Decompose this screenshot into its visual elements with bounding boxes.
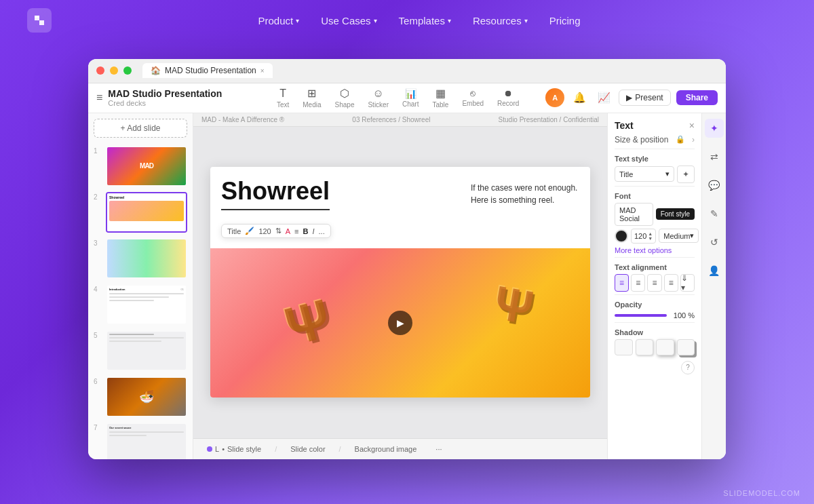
present-button[interactable]: ▶ Present xyxy=(619,90,670,106)
nav-resources[interactable]: Resources ▾ xyxy=(473,15,528,26)
nav-pricing[interactable]: Pricing xyxy=(549,15,581,26)
list-item[interactable]: 2 Showreel xyxy=(88,189,193,235)
toolbar-record[interactable]: ⏺ Record xyxy=(497,88,519,107)
align-icon[interactable]: ≡ xyxy=(294,227,298,235)
italic-button[interactable]: I xyxy=(312,227,314,235)
align-center-button[interactable]: ≡ xyxy=(631,274,645,292)
toolbar: T Text ⊞ Media ⬡ Shape ☺ Sticker 📊 Ch xyxy=(256,87,540,109)
menu-icon[interactable]: ≡ xyxy=(96,92,102,104)
panel-icon-sparkle[interactable]: ✦ xyxy=(705,119,724,138)
slide-style-text: Slide style xyxy=(227,445,261,453)
toolbar-embed[interactable]: ⎋ Embed xyxy=(462,88,484,107)
more-text-options-link[interactable]: More text options xyxy=(615,246,695,254)
svg-rect-0 xyxy=(35,16,39,18)
help-button[interactable]: ? xyxy=(681,361,695,374)
header-actions: A 🔔 📈 ▶ Present Share xyxy=(545,88,718,107)
font-size-stepper[interactable]: ▲ ▼ xyxy=(648,231,653,241)
toolbar-sticker[interactable]: ☺ Sticker xyxy=(368,88,389,109)
slide-style-button[interactable]: L • Slide style xyxy=(201,443,267,455)
panel-icon-switch[interactable]: ⇄ xyxy=(705,147,724,166)
style-select[interactable]: Title xyxy=(227,227,241,235)
slide-number: 2 xyxy=(94,192,102,201)
browser-tab[interactable]: 🏠 MAD Studio Presentation × xyxy=(142,63,273,78)
tab-close-button[interactable]: × xyxy=(260,67,265,75)
bold-button[interactable]: B xyxy=(303,227,309,235)
share-button[interactable]: Share xyxy=(676,90,718,105)
text-alignment-label: Text alignment xyxy=(615,263,695,271)
list-item[interactable]: 6 🍜 xyxy=(88,374,193,420)
font-weight-select[interactable]: Medium ▾ xyxy=(659,229,699,243)
slide-heading[interactable]: Showreel xyxy=(221,178,330,210)
breadcrumb: MAD - Make A Difference ® 03 References … xyxy=(193,113,607,127)
nav-use-cases[interactable]: Use Cases ▾ xyxy=(321,15,376,26)
list-item[interactable]: 1 MAD xyxy=(88,143,193,189)
app-layout: ≡ MAD Studio Presentation Cred decks T T… xyxy=(88,83,726,459)
font-family-select[interactable]: MAD Social xyxy=(615,203,653,226)
list-item[interactable]: 7 Our secret sauce xyxy=(88,420,193,459)
panel-icon-user[interactable]: 👤 xyxy=(705,261,724,280)
toolbar-shape[interactable]: ⬡ Shape xyxy=(335,87,355,109)
record-icon: ⏺ xyxy=(504,88,513,98)
slide-number: 4 xyxy=(94,284,102,293)
slide-style-label: L xyxy=(215,445,219,453)
color-picker-icon[interactable]: A xyxy=(286,227,290,235)
alignment-row: ≡ ≡ ≡ ≡ ⇓ ▾ xyxy=(615,274,695,292)
traffic-light-yellow[interactable] xyxy=(110,66,118,75)
slide-color-button[interactable]: Slide color xyxy=(285,443,330,455)
embed-icon: ⎋ xyxy=(470,88,476,98)
logo[interactable] xyxy=(27,8,52,33)
text-color-picker[interactable] xyxy=(615,229,628,243)
list-item[interactable]: 4 Introduction01 xyxy=(88,282,193,328)
nav-templates[interactable]: Templates ▾ xyxy=(399,15,451,26)
play-button[interactable]: ▶ xyxy=(388,311,412,335)
text-icon: T xyxy=(279,88,286,100)
vertical-align-button[interactable]: ⇓ ▾ xyxy=(680,274,695,292)
list-item[interactable]: 5 xyxy=(88,328,193,374)
font-size-stepper[interactable]: ⇅ xyxy=(275,227,282,235)
more-options-button[interactable]: ... xyxy=(319,227,325,235)
background-image-button[interactable]: Background image xyxy=(349,443,423,455)
shadow-label: Shadow xyxy=(615,328,695,336)
style-paint-icon[interactable]: 🖌️ xyxy=(245,227,254,235)
shadow-option-soft[interactable] xyxy=(636,339,654,355)
more-options-button[interactable]: ··· xyxy=(430,443,447,455)
toolbar-chart[interactable]: 📊 Chart xyxy=(402,88,419,108)
presentation-title: MAD Studio Presentation xyxy=(108,88,250,99)
analytics-icon[interactable]: 📈 xyxy=(594,88,613,107)
traffic-light-red[interactable] xyxy=(96,66,104,75)
panel-close-button[interactable]: × xyxy=(689,120,695,131)
text-style-select[interactable]: Title ▾ xyxy=(615,166,674,182)
toolbar-media[interactable]: ⊞ Media xyxy=(303,87,321,109)
panel-icon-edit[interactable]: ✎ xyxy=(705,204,724,223)
shadow-option-hard[interactable] xyxy=(677,339,695,355)
text-style-section-label: Text style xyxy=(615,155,695,163)
shadow-option-none[interactable] xyxy=(615,339,633,355)
slide-canvas[interactable]: Showreel If the cases were not enough. H… xyxy=(193,127,607,438)
traffic-light-green[interactable] xyxy=(123,66,132,75)
chevron-down-icon: ▾ xyxy=(448,17,451,24)
style-magic-button[interactable]: ✦ xyxy=(677,166,695,183)
notification-icon[interactable]: 🔔 xyxy=(570,88,589,107)
font-size-input[interactable]: 120 ▲ ▼ xyxy=(631,229,656,244)
list-item[interactable]: 3 xyxy=(88,235,193,282)
nav-product[interactable]: Product ▾ xyxy=(258,15,300,26)
size-position-row[interactable]: Size & position 🔒 › xyxy=(615,135,695,144)
panel-icon-history[interactable]: ↺ xyxy=(705,233,724,252)
divider xyxy=(615,257,695,258)
font-size-input[interactable]: 120 xyxy=(258,227,271,235)
avatar[interactable]: A xyxy=(545,88,564,107)
opacity-slider[interactable] xyxy=(615,314,667,317)
slide-thumbnail: Introduction01 xyxy=(106,284,187,325)
slide-image: Ψ Ψ ▶ xyxy=(210,248,590,398)
align-right-button[interactable]: ≡ xyxy=(647,274,661,292)
slide-thumbnail: MAD xyxy=(106,146,187,187)
add-slide-button[interactable]: + Add slide xyxy=(94,119,187,138)
toolbar-text[interactable]: T Text xyxy=(277,88,289,109)
toolbar-table[interactable]: ▦ Table xyxy=(432,87,448,109)
canvas-bottom-bar: L • Slide style / Slide color / Backgrou… xyxy=(193,438,607,459)
shadow-option-medium[interactable] xyxy=(656,339,674,355)
align-left-button[interactable]: ≡ xyxy=(615,274,629,292)
panel-icon-comment[interactable]: 💬 xyxy=(705,176,724,195)
table-icon: ▦ xyxy=(435,87,446,100)
align-justify-button[interactable]: ≡ xyxy=(664,274,678,292)
